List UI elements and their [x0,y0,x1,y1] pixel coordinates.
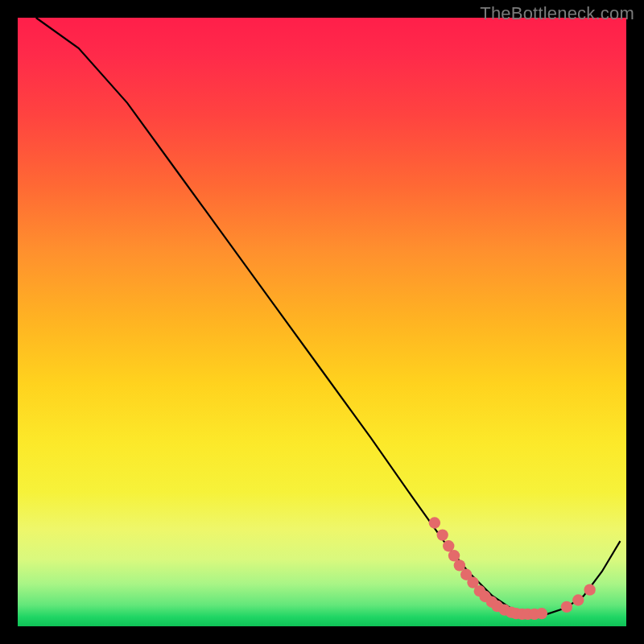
highlight-dot [437,529,448,540]
chart-plot-area [18,18,626,626]
highlight-dot [572,594,584,605]
watermark-text: TheBottleneck.com [480,3,634,24]
highlight-dots-group [429,517,596,620]
chart-stage: TheBottleneck.com [0,0,644,644]
highlight-dot [448,550,460,561]
bottleneck-curve [36,18,621,614]
highlight-dot [561,601,572,613]
chart-svg [18,18,626,626]
highlight-dot [536,608,547,619]
highlight-dot [429,517,440,528]
highlight-dot [584,584,595,595]
highlight-dot [443,540,454,551]
